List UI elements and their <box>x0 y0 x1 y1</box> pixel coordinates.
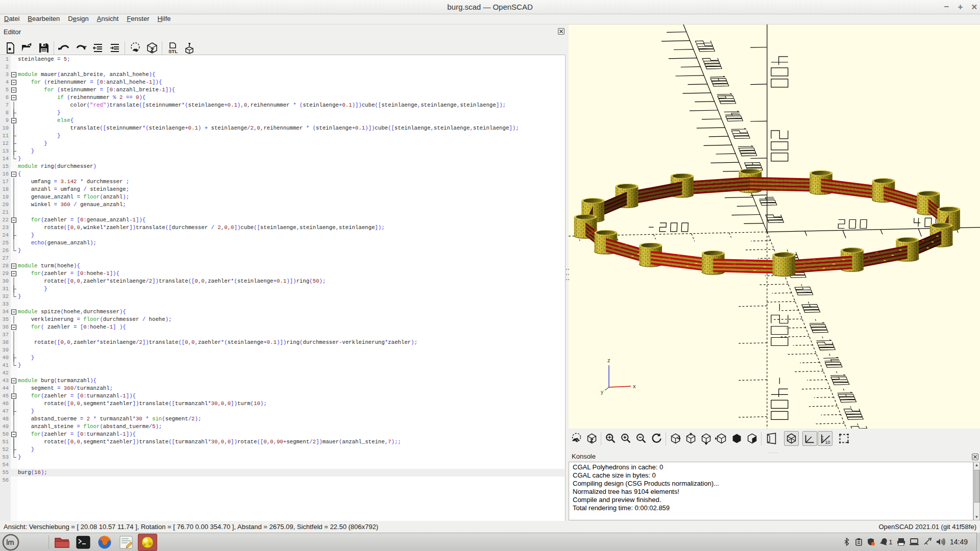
svg-text:y: y <box>601 389 603 395</box>
svg-text:x: x <box>633 383 636 389</box>
svg-text:10: 10 <box>825 440 830 445</box>
svg-text:STL: STL <box>168 48 178 54</box>
svg-text:z: z <box>607 357 610 363</box>
